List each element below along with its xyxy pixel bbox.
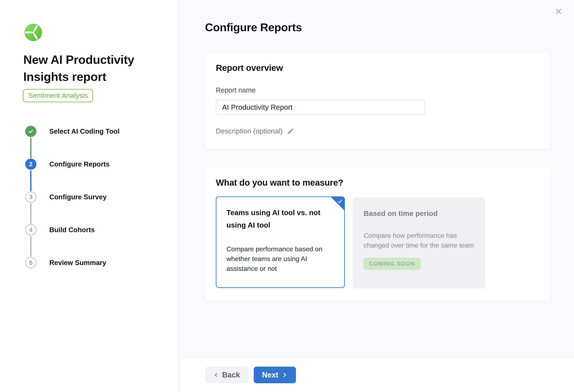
step-connector: [30, 203, 31, 224]
step-label: Review Summary: [49, 257, 106, 268]
check-icon: [337, 199, 343, 204]
option-teams-vs-not[interactable]: Teams using AI tool vs. not using AI too…: [216, 196, 345, 288]
step-3-number: 3: [25, 191, 36, 203]
step-connector: [30, 138, 31, 158]
report-overview-heading: Report overview: [216, 63, 540, 73]
measure-card: What do you want to measure? Teams using…: [205, 167, 551, 301]
step-select-ai-coding-tool: Select AI Coding Tool: [25, 126, 158, 159]
option-description: Compare how performance has changed over…: [364, 231, 474, 250]
option-description: Compare performance based on whether tea…: [226, 244, 337, 274]
next-button-label: Next: [262, 371, 278, 379]
page-title: Configure Reports: [205, 21, 302, 34]
step-label: Select AI Coding Tool: [49, 126, 120, 137]
step-2-number: 2: [25, 159, 36, 170]
option-title: Based on time period: [364, 209, 474, 218]
wizard-title: New AI Productivity Insights report: [23, 51, 165, 85]
step-4-number: 4: [25, 224, 36, 236]
step-configure-survey: 3 Configure Survey: [25, 191, 158, 224]
measure-heading: What do you want to measure?: [216, 178, 540, 188]
configure-reports-panel: Configure Reports Report overview Report…: [180, 0, 574, 392]
step-build-cohorts: 4 Build Cohorts: [25, 224, 158, 257]
chevron-right-icon: [282, 372, 288, 378]
sentiment-analysis-badge: Sentiment Analysis: [23, 89, 93, 102]
measure-options: Teams using AI tool vs. not using AI too…: [216, 196, 540, 288]
back-button[interactable]: Back: [205, 367, 248, 383]
coming-soon-badge: COMING SOON: [364, 258, 421, 270]
back-button-label: Back: [222, 371, 240, 379]
description-optional-label: Description (optional): [216, 127, 283, 135]
step-label: Build Cohorts: [49, 224, 95, 236]
pencil-icon: [287, 127, 294, 135]
step-label: Configure Survey: [49, 191, 106, 203]
option-title: Teams using AI tool vs. not using AI too…: [226, 206, 337, 231]
step-configure-reports: 2 Configure Reports: [25, 159, 158, 191]
step-connector: [30, 170, 31, 191]
report-name-input[interactable]: [216, 100, 425, 115]
step-connector: [30, 236, 31, 257]
report-overview-card: Report overview Report name Description …: [205, 53, 551, 149]
step-label: Configure Reports: [49, 159, 110, 170]
wizard-sidebar: New AI Productivity Insights report Sent…: [0, 0, 179, 392]
wizard-stepper: Select AI Coding Tool 2 Configure Report…: [25, 126, 158, 268]
chevron-left-icon: [214, 372, 219, 378]
wizard-footer: Back Next: [180, 357, 574, 392]
step-5-number: 5: [25, 257, 36, 268]
report-name-label: Report name: [216, 86, 540, 94]
propeller-logo-icon: [24, 24, 42, 41]
add-description-button[interactable]: Description (optional): [216, 127, 294, 135]
option-time-period: Based on time period Compare how perform…: [353, 197, 485, 288]
close-icon[interactable]: [554, 7, 563, 16]
step-review-summary: 5 Review Summary: [25, 257, 158, 268]
step-1-check-icon: [25, 126, 36, 137]
next-button[interactable]: Next: [254, 367, 296, 383]
